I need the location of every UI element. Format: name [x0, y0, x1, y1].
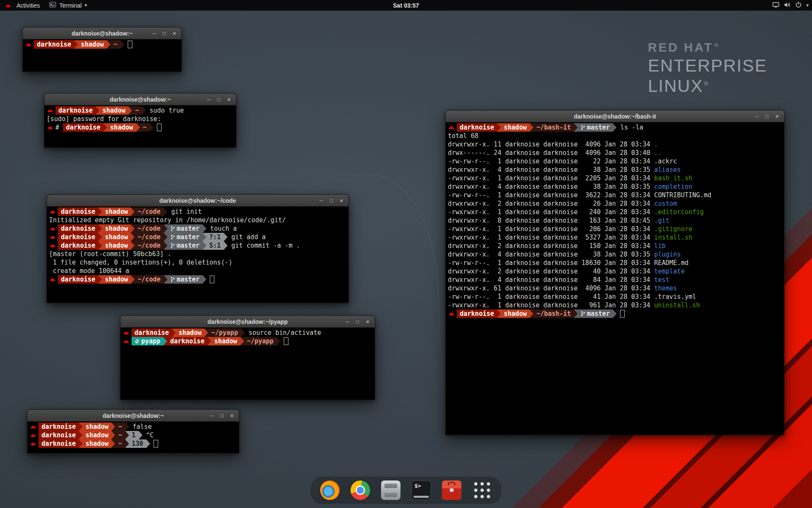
terminal-text: drwxrwxr-x. 2 darknoise darknoise 26 Jan…: [448, 199, 654, 208]
prompt-segment-status: ?:1: [206, 233, 224, 241]
clock[interactable]: Sat 03:57: [393, 2, 419, 9]
terminal-window: darknoise@shadow:~/code─□×darknoiseshado…: [47, 194, 349, 303]
terminal-content[interactable]: darknoiseshadow~/code git initInitialize…: [47, 207, 348, 302]
maximize-button[interactable]: □: [354, 318, 362, 326]
file-name: aliases: [654, 166, 681, 174]
window-titlebar[interactable]: darknoise@shadow:~─□×: [23, 28, 181, 39]
powerline-separator: [204, 329, 208, 337]
prompt-segment-user: darknoise: [167, 337, 207, 345]
app-menu-button[interactable]: Terminal ▾: [44, 0, 91, 11]
terminal-line: total 68: [448, 132, 782, 140]
maximize-button[interactable]: □: [160, 29, 168, 37]
maximize-button[interactable]: □: [215, 95, 223, 103]
close-button[interactable]: ×: [225, 95, 233, 103]
prompt-segment-host: shadow: [102, 233, 131, 241]
prompt-segment-host: shadow: [102, 207, 131, 216]
close-button[interactable]: ×: [228, 411, 236, 420]
file-name: lib: [654, 242, 666, 250]
terminal-line: drwxrwxr-x. 11 darknoise darknoise 4096 …: [448, 140, 782, 149]
close-button[interactable]: ×: [170, 29, 178, 37]
prompt-segment-path: ~: [110, 40, 120, 49]
app-grid-icon[interactable]: [472, 480, 492, 500]
terminal-text: drwxrwxr-x. 8 darknoise darknoise 163 Ja…: [448, 216, 654, 225]
terminal-line: darknoiseshadow~/codemaster touch a: [49, 224, 346, 233]
window-title: darknoise@shadow:~/code: [159, 197, 236, 204]
system-tray[interactable]: ▾: [772, 0, 809, 11]
terminal-text: -rwxrwxr-x. 1 darknoise darknoise 961 Ja…: [448, 301, 654, 309]
terminal-content[interactable]: darknoiseshadow~/bash-itmaster ls -latot…: [446, 122, 784, 434]
prompt-segment-path: ~: [115, 439, 125, 448]
activities-button[interactable]: Activities: [0, 0, 44, 11]
window-titlebar[interactable]: darknoise@shadow:~/bash-it─□×: [446, 110, 784, 122]
terminal-icon[interactable]: $>: [411, 480, 431, 500]
close-button[interactable]: ×: [337, 196, 346, 204]
toolbox-icon[interactable]: [442, 480, 461, 500]
file-name: .gitignore: [654, 225, 692, 233]
minimize-button[interactable]: ─: [205, 95, 213, 103]
minimize-button[interactable]: ─: [150, 29, 158, 37]
terminal-content[interactable]: darknoiseshadow~: [23, 39, 181, 71]
terminal-glyph: $>: [414, 483, 421, 489]
chevron-down-icon: ▾: [85, 3, 87, 8]
terminal-content[interactable]: darknoiseshadow~ sudo true[sudo] passwor…: [45, 105, 236, 147]
terminal-text: drwxrwxr-x. 61 darknoise darknoise 4096 …: [448, 284, 654, 293]
window-titlebar[interactable]: darknoise@shadow:~─□×: [44, 94, 236, 105]
prompt-segment-host: shadow: [501, 123, 529, 132]
redhat-icon: [49, 275, 58, 284]
terminal-line: -rwxrwxr-x. 1 darknoise darknoise 240 Ja…: [448, 208, 782, 216]
powerline-separator: [497, 123, 501, 132]
prompt-segment-user: darknoise: [132, 329, 172, 337]
firefox-icon[interactable]: [320, 480, 340, 500]
desktop: RED HAT® ENTERPRISE LINUX® Activities Te…: [0, 0, 812, 508]
redhat-icon: [25, 40, 34, 49]
file-name: plugins: [654, 250, 681, 259]
powerline-separator: [111, 422, 115, 431]
terminal-line: -rw-rw-r--. 1 darknoise darknoise 22 Jan…: [448, 157, 782, 166]
powerline-separator: [241, 329, 245, 337]
terminal-text: -rwxrwxr-x. 1 darknoise darknoise 5327 J…: [448, 233, 654, 242]
window-controls: ─□×: [208, 410, 236, 421]
prompt-segment-path: ~/bash-it: [533, 123, 573, 132]
maximize-button[interactable]: □: [327, 196, 335, 204]
maximize-button[interactable]: □: [218, 411, 226, 420]
powerline-separator: [203, 275, 206, 284]
terminal-text: drwxrwxr-x. 2 darknoise darknoise 40 Jan…: [448, 267, 654, 276]
terminal-text: -rwxrwxr-x. 1 darknoise darknoise 240 Ja…: [448, 208, 654, 216]
terminal-content[interactable]: darknoiseshadow~ falsedarknoiseshadow~1 …: [28, 422, 239, 453]
terminal-text: ^C: [143, 431, 154, 439]
terminal-line: darknoiseshadow~130: [30, 439, 237, 448]
minimize-button[interactable]: ─: [317, 196, 325, 204]
minimize-button[interactable]: ─: [343, 318, 351, 326]
minimize-button[interactable]: ─: [753, 112, 761, 120]
powerline-separator: [163, 337, 167, 345]
terminal-text: -rwxrwxr-x. 1 darknoise darknoise 206 Ja…: [448, 225, 654, 233]
prompt-segment-user: darknoise: [38, 431, 79, 439]
close-button[interactable]: ×: [773, 112, 781, 120]
powerline-separator: [128, 106, 132, 115]
window-controls: ─□×: [317, 195, 346, 206]
prompt-segment-user: darknoise: [55, 106, 96, 115]
prompt-segment-status: 130: [129, 439, 146, 448]
chrome-icon[interactable]: [351, 480, 370, 500]
close-button[interactable]: ×: [364, 318, 372, 326]
prompt-segment-host: shadow: [501, 309, 529, 318]
window-title: darknoise@shadow:~: [110, 96, 171, 103]
display-icon: [772, 2, 779, 9]
powerline-separator: [139, 431, 143, 439]
prompt-segment-user: darknoise: [58, 233, 98, 241]
window-title: darknoise@shadow:~/bash-it: [574, 113, 656, 120]
powerline-separator: [164, 207, 167, 216]
file-name: README.md: [654, 259, 689, 267]
prompt-segment-path: ~/code: [134, 233, 163, 241]
terminal-content[interactable]: darknoiseshadow~/pyapp source bin/activa…: [121, 328, 374, 399]
window-titlebar[interactable]: darknoise@shadow:~/pyapp─□×: [121, 316, 375, 328]
minimize-button[interactable]: ─: [208, 411, 216, 420]
powerline-separator: [172, 329, 176, 337]
prompt-segment-git: master: [578, 309, 613, 318]
maximize-button[interactable]: □: [763, 112, 771, 120]
window-titlebar[interactable]: darknoise@shadow:~/code─□×: [47, 195, 348, 207]
window-titlebar[interactable]: darknoise@shadow:~─□×: [27, 410, 239, 422]
files-icon[interactable]: [381, 480, 401, 500]
prompt-segment-host: shadow: [102, 224, 131, 233]
terminal-line: darknoiseshadow~/codemaster: [49, 275, 346, 284]
